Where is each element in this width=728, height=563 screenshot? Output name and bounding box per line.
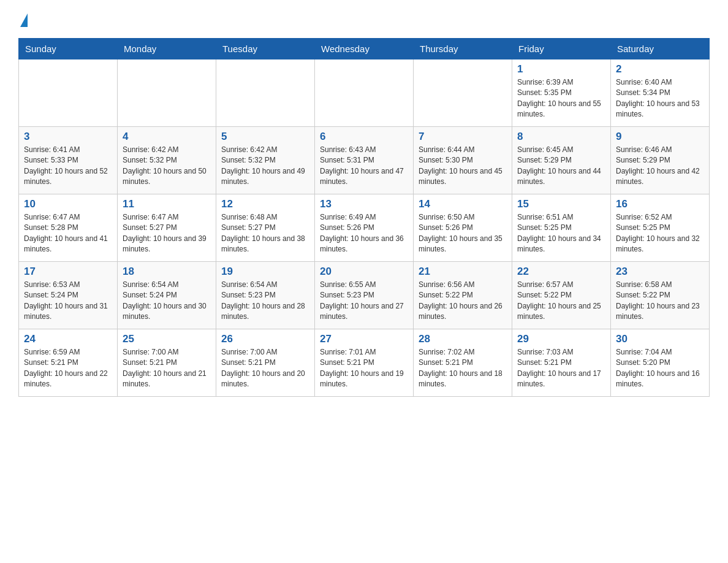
day-info: Sunrise: 6:59 AM Sunset: 5:21 PM Dayligh… <box>24 347 112 390</box>
day-number: 9 <box>616 131 704 143</box>
day-info: Sunrise: 6:54 AM Sunset: 5:24 PM Dayligh… <box>123 280 211 323</box>
day-info: Sunrise: 6:43 AM Sunset: 5:31 PM Dayligh… <box>320 145 408 188</box>
day-info: Sunrise: 7:03 AM Sunset: 5:21 PM Dayligh… <box>517 347 605 390</box>
calendar-cell <box>19 59 118 127</box>
calendar-cell: 6Sunrise: 6:43 AM Sunset: 5:31 PM Daylig… <box>315 127 414 194</box>
day-number: 26 <box>221 333 309 345</box>
calendar-week-row: 24Sunrise: 6:59 AM Sunset: 5:21 PM Dayli… <box>19 329 710 397</box>
calendar-cell: 19Sunrise: 6:54 AM Sunset: 5:23 PM Dayli… <box>216 262 315 329</box>
weekday-header: Sunday <box>19 39 118 59</box>
calendar-cell: 7Sunrise: 6:44 AM Sunset: 5:30 PM Daylig… <box>414 127 512 194</box>
day-number: 11 <box>123 198 211 210</box>
day-number: 22 <box>517 266 605 278</box>
calendar-cell: 1Sunrise: 6:39 AM Sunset: 5:35 PM Daylig… <box>512 59 611 127</box>
day-number: 4 <box>123 131 211 143</box>
day-number: 1 <box>517 63 605 75</box>
weekday-header: Friday <box>512 39 611 59</box>
day-number: 15 <box>517 198 605 210</box>
weekday-header: Monday <box>118 39 216 59</box>
day-number: 17 <box>24 266 112 278</box>
weekday-header: Saturday <box>611 39 710 59</box>
calendar-cell: 25Sunrise: 7:00 AM Sunset: 5:21 PM Dayli… <box>118 329 216 397</box>
calendar-cell: 30Sunrise: 7:04 AM Sunset: 5:20 PM Dayli… <box>611 329 710 397</box>
day-number: 20 <box>320 266 408 278</box>
calendar-cell: 29Sunrise: 7:03 AM Sunset: 5:21 PM Dayli… <box>512 329 611 397</box>
day-number: 21 <box>419 266 507 278</box>
calendar-cell: 2Sunrise: 6:40 AM Sunset: 5:34 PM Daylig… <box>611 59 710 127</box>
day-number: 2 <box>616 63 704 75</box>
calendar-cell: 21Sunrise: 6:56 AM Sunset: 5:22 PM Dayli… <box>414 262 512 329</box>
day-info: Sunrise: 6:55 AM Sunset: 5:23 PM Dayligh… <box>320 280 408 323</box>
day-number: 23 <box>616 266 704 278</box>
day-info: Sunrise: 6:40 AM Sunset: 5:34 PM Dayligh… <box>616 77 704 120</box>
day-number: 3 <box>24 131 112 143</box>
weekday-header-row: SundayMondayTuesdayWednesdayThursdayFrid… <box>19 39 710 59</box>
calendar-cell: 8Sunrise: 6:45 AM Sunset: 5:29 PM Daylig… <box>512 127 611 194</box>
day-info: Sunrise: 6:50 AM Sunset: 5:26 PM Dayligh… <box>419 212 507 255</box>
logo-triangle-icon <box>20 13 28 27</box>
day-info: Sunrise: 7:00 AM Sunset: 5:21 PM Dayligh… <box>221 347 309 390</box>
day-info: Sunrise: 6:42 AM Sunset: 5:32 PM Dayligh… <box>123 145 211 188</box>
day-number: 14 <box>419 198 507 210</box>
calendar-cell: 28Sunrise: 7:02 AM Sunset: 5:21 PM Dayli… <box>414 329 512 397</box>
day-info: Sunrise: 7:01 AM Sunset: 5:21 PM Dayligh… <box>320 347 408 390</box>
day-info: Sunrise: 6:49 AM Sunset: 5:26 PM Dayligh… <box>320 212 408 255</box>
calendar-cell <box>216 59 315 127</box>
day-info: Sunrise: 6:45 AM Sunset: 5:29 PM Dayligh… <box>517 145 605 188</box>
calendar-cell <box>315 59 414 127</box>
calendar-cell: 16Sunrise: 6:52 AM Sunset: 5:25 PM Dayli… <box>611 194 710 262</box>
calendar-week-row: 17Sunrise: 6:53 AM Sunset: 5:24 PM Dayli… <box>19 262 710 329</box>
calendar-cell: 13Sunrise: 6:49 AM Sunset: 5:26 PM Dayli… <box>315 194 414 262</box>
calendar-week-row: 10Sunrise: 6:47 AM Sunset: 5:28 PM Dayli… <box>19 194 710 262</box>
day-info: Sunrise: 6:51 AM Sunset: 5:25 PM Dayligh… <box>517 212 605 255</box>
calendar-cell: 5Sunrise: 6:42 AM Sunset: 5:32 PM Daylig… <box>216 127 315 194</box>
day-number: 16 <box>616 198 704 210</box>
calendar-cell: 18Sunrise: 6:54 AM Sunset: 5:24 PM Dayli… <box>118 262 216 329</box>
calendar-cell: 14Sunrise: 6:50 AM Sunset: 5:26 PM Dayli… <box>414 194 512 262</box>
day-number: 5 <box>221 131 309 143</box>
day-number: 7 <box>419 131 507 143</box>
calendar-cell <box>414 59 512 127</box>
day-info: Sunrise: 6:54 AM Sunset: 5:23 PM Dayligh… <box>221 280 309 323</box>
day-info: Sunrise: 7:00 AM Sunset: 5:21 PM Dayligh… <box>123 347 211 390</box>
day-number: 8 <box>517 131 605 143</box>
calendar-cell: 24Sunrise: 6:59 AM Sunset: 5:21 PM Dayli… <box>19 329 118 397</box>
day-number: 28 <box>419 333 507 345</box>
day-info: Sunrise: 7:02 AM Sunset: 5:21 PM Dayligh… <box>419 347 507 390</box>
day-number: 25 <box>123 333 211 345</box>
day-info: Sunrise: 6:47 AM Sunset: 5:28 PM Dayligh… <box>24 212 112 255</box>
calendar-cell: 3Sunrise: 6:41 AM Sunset: 5:33 PM Daylig… <box>19 127 118 194</box>
calendar-week-row: 1Sunrise: 6:39 AM Sunset: 5:35 PM Daylig… <box>19 59 710 127</box>
calendar-cell: 17Sunrise: 6:53 AM Sunset: 5:24 PM Dayli… <box>19 262 118 329</box>
day-info: Sunrise: 6:41 AM Sunset: 5:33 PM Dayligh… <box>24 145 112 188</box>
calendar-cell: 22Sunrise: 6:57 AM Sunset: 5:22 PM Dayli… <box>512 262 611 329</box>
calendar-cell: 23Sunrise: 6:58 AM Sunset: 5:22 PM Dayli… <box>611 262 710 329</box>
day-number: 30 <box>616 333 704 345</box>
calendar-cell: 26Sunrise: 7:00 AM Sunset: 5:21 PM Dayli… <box>216 329 315 397</box>
day-number: 27 <box>320 333 408 345</box>
calendar-cell: 12Sunrise: 6:48 AM Sunset: 5:27 PM Dayli… <box>216 194 315 262</box>
day-number: 10 <box>24 198 112 210</box>
calendar-cell: 10Sunrise: 6:47 AM Sunset: 5:28 PM Dayli… <box>19 194 118 262</box>
day-info: Sunrise: 6:58 AM Sunset: 5:22 PM Dayligh… <box>616 280 704 323</box>
day-info: Sunrise: 6:57 AM Sunset: 5:22 PM Dayligh… <box>517 280 605 323</box>
day-number: 24 <box>24 333 112 345</box>
day-info: Sunrise: 6:56 AM Sunset: 5:22 PM Dayligh… <box>419 280 507 323</box>
calendar-cell: 4Sunrise: 6:42 AM Sunset: 5:32 PM Daylig… <box>118 127 216 194</box>
day-info: Sunrise: 6:47 AM Sunset: 5:27 PM Dayligh… <box>123 212 211 255</box>
page-header <box>18 12 710 27</box>
calendar-cell <box>118 59 216 127</box>
day-info: Sunrise: 6:52 AM Sunset: 5:25 PM Dayligh… <box>616 212 704 255</box>
day-number: 29 <box>517 333 605 345</box>
weekday-header: Thursday <box>414 39 512 59</box>
calendar-week-row: 3Sunrise: 6:41 AM Sunset: 5:33 PM Daylig… <box>19 127 710 194</box>
day-number: 18 <box>123 266 211 278</box>
calendar-cell: 27Sunrise: 7:01 AM Sunset: 5:21 PM Dayli… <box>315 329 414 397</box>
calendar-table: SundayMondayTuesdayWednesdayThursdayFrid… <box>18 38 710 397</box>
weekday-header: Tuesday <box>216 39 315 59</box>
day-info: Sunrise: 6:44 AM Sunset: 5:30 PM Dayligh… <box>419 145 507 188</box>
logo <box>18 12 28 27</box>
day-info: Sunrise: 6:53 AM Sunset: 5:24 PM Dayligh… <box>24 280 112 323</box>
day-number: 13 <box>320 198 408 210</box>
calendar-cell: 15Sunrise: 6:51 AM Sunset: 5:25 PM Dayli… <box>512 194 611 262</box>
